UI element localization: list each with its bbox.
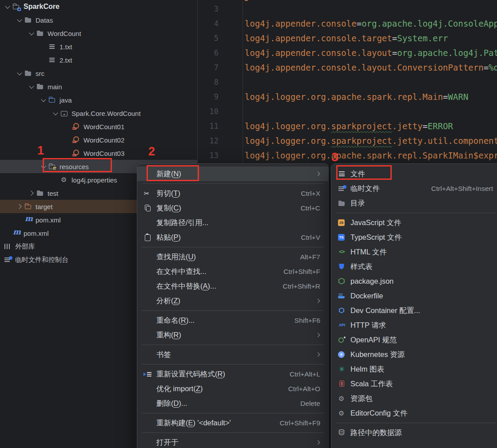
menu-item-find-usages[interactable]: 查找用法(U)Alt+F7	[137, 250, 328, 264]
menu-item-optimize-imports[interactable]: 优化 import(Z)Ctrl+Alt+O	[137, 381, 328, 396]
menu-item-kubernetes-resource[interactable]: Kubernetes 资源	[331, 347, 497, 362]
menu-icon-slot	[143, 331, 152, 339]
menu-item-find-in-files[interactable]: 在文件中查找...Ctrl+Shift+F	[137, 264, 328, 279]
helm-icon	[338, 365, 346, 373]
tree-item-package-spark-core-wordcount[interactable]: Spark.Core.WordCount	[0, 107, 197, 120]
menu-item-resource-bundle[interactable]: 资源包	[331, 391, 497, 406]
menu-icon-slot	[338, 429, 346, 437]
editor-line[interactable]: 13log4j.logger.org.apache.spark.repl.Spa…	[198, 148, 497, 163]
menu-item-helm-chart[interactable]: Helm 图表	[331, 362, 497, 377]
menu-item-javascript-file[interactable]: JavaScript 文件	[331, 215, 497, 230]
gear-icon	[60, 176, 69, 184]
menu-icon-slot	[338, 365, 346, 373]
package-icon	[60, 109, 69, 117]
editor-line[interactable]: 5log4j.appender.console.target=System.er…	[198, 31, 497, 45]
editor-line[interactable]: 9log4j.logger.org.apache.spark.repl.Main…	[198, 89, 497, 104]
editor-line[interactable]: 7log4j.appender.console.layout.Conversio…	[198, 60, 497, 75]
line-number: 8	[198, 75, 243, 89]
editor-line[interactable]: 4log4j.appender.console=org.apache.log4j…	[198, 16, 497, 31]
submenu-arrow-icon	[316, 333, 320, 337]
menu-item-label: EditorConfig 文件	[350, 408, 407, 418]
editor-line[interactable]: 12log4j.logger.org.sparkproject.jetty.ut…	[198, 133, 497, 148]
tree-item-wordcount01[interactable]: WordCount01	[0, 120, 197, 133]
menu-item-label: 删除(D)...	[156, 399, 187, 408]
chevron-right-icon[interactable]	[16, 202, 24, 210]
menu-item-label: JavaScript 文件	[350, 218, 402, 228]
menu-item-cut[interactable]: 剪切(T)Ctrl+X	[137, 186, 328, 201]
tree-item-wordcount-folder[interactable]: WordCount	[0, 27, 197, 40]
line-number: 7	[198, 60, 243, 75]
folder-icon	[24, 69, 33, 77]
menu-item-openapi-spec[interactable]: OpenAPI 规范	[331, 333, 497, 347]
folder-icon	[36, 29, 45, 37]
code-text: log4j.appender.console.layout=org.apache…	[243, 45, 497, 60]
menu-item-shortcut: Ctrl+Alt+Shift+Insert	[431, 185, 493, 193]
menu-item-directory[interactable]: 目录	[331, 196, 497, 210]
chevron-placeholder	[16, 216, 24, 224]
menu-item-dev-container-config[interactable]: Dev Container 配置...	[331, 303, 497, 318]
menu-item-dockerfile[interactable]: Dockerfile	[331, 289, 497, 303]
chevron-down-icon[interactable]	[40, 96, 48, 104]
menu-item-html-file[interactable]: HTML 文件	[331, 245, 497, 259]
chevron-down-icon[interactable]	[28, 83, 36, 91]
menu-separator	[142, 183, 324, 184]
tree-item-label: 2.txt	[60, 56, 72, 64]
menu-item-delete[interactable]: 删除(D)...Delete	[137, 396, 328, 411]
menu-item-stylesheet[interactable]: 样式表	[331, 259, 497, 274]
menu-icon-slot	[338, 219, 346, 227]
chevron-placeholder	[64, 123, 72, 131]
chevron-down-icon[interactable]	[52, 109, 60, 117]
tree-item-label: 1.txt	[60, 43, 72, 51]
tree-item-file-2-txt[interactable]: 2.txt	[0, 53, 197, 67]
chevron-right-icon[interactable]	[28, 189, 36, 197]
css-icon	[338, 263, 346, 271]
menu-icon-slot	[143, 419, 152, 427]
tree-item-src[interactable]: src	[0, 67, 197, 80]
menu-item-analyze[interactable]: 分析(Z)	[137, 293, 328, 308]
menu-separator	[142, 413, 324, 413]
menu-item-copy[interactable]: 复制(C)Ctrl+C	[137, 201, 328, 215]
chevron-down-icon[interactable]	[28, 29, 36, 37]
menu-separator	[142, 432, 324, 433]
tree-item-java[interactable]: java	[0, 93, 197, 107]
menu-item-scratch-file[interactable]: 临时文件Ctrl+Alt+Shift+Insert	[331, 181, 497, 196]
menu-item-reformat-code[interactable]: 重新设置代码格式(R)Ctrl+Alt+L	[137, 367, 328, 381]
menu-item-label: Dev Container 配置...	[350, 306, 420, 316]
tree-item-datas[interactable]: Datas	[0, 13, 197, 27]
menu-item-rebuild[interactable]: 重新构建(E) '<default>'Ctrl+Shift+F9	[137, 416, 328, 430]
menu-item-typescript-file[interactable]: TypeScript 文件	[331, 230, 497, 245]
editor-line[interactable]: 10	[198, 104, 497, 119]
chevron-down-icon[interactable]	[16, 16, 24, 24]
editor-line[interactable]: 11log4j.logger.org.sparkproject.jetty=ER…	[198, 119, 497, 133]
line-number: 6	[198, 45, 243, 60]
menu-item-replace-in-files[interactable]: 在文件中替换(A)...Ctrl+Shift+R	[137, 279, 328, 293]
menu-item-editorconfig-file[interactable]: EditorConfig 文件	[331, 406, 497, 420]
maven-icon	[12, 229, 21, 237]
menu-item-scala-worksheet[interactable]: Scala 工作表	[331, 377, 497, 391]
menu-item-bookmarks[interactable]: 书签	[137, 347, 328, 362]
tree-item-wordcount02[interactable]: WordCount02	[0, 133, 197, 147]
menu-item-shortcut: Shift+F6	[294, 317, 320, 325]
menu-item-paste[interactable]: 粘贴(P)Ctrl+V	[137, 230, 328, 245]
menu-item-rename[interactable]: 重命名(R)...Shift+F6	[137, 313, 328, 328]
gear-icon	[338, 395, 346, 403]
menu-item-http-request[interactable]: HTTP 请求	[331, 318, 497, 333]
clipped-line-fragment	[245, 0, 248, 1]
tree-item-main[interactable]: main	[0, 80, 197, 93]
editor-line[interactable]: 8	[198, 75, 497, 89]
menu-item-package-json[interactable]: package.json	[331, 274, 497, 289]
chevron-down-icon[interactable]	[4, 3, 12, 11]
tree-item-file-1-txt[interactable]: 1.txt	[0, 40, 197, 53]
menu-item-open-in[interactable]: 打开于	[137, 435, 328, 448]
menu-item-refactor[interactable]: 重构(R)	[137, 328, 328, 342]
menu-item-data-source-in-path[interactable]: 路径中的数据源	[331, 425, 497, 440]
api-icon	[338, 321, 346, 329]
folder-icon	[36, 189, 45, 197]
chevron-down-icon[interactable]	[16, 69, 24, 77]
menu-icon-slot	[143, 351, 152, 359]
editor-line[interactable]: 3	[198, 1, 497, 16]
code-segment: log4j.logger.org.	[245, 121, 331, 131]
tree-item-sparkcore[interactable]: SparkCore	[0, 0, 197, 13]
editor-line[interactable]: 6log4j.appender.console.layout=org.apach…	[198, 45, 497, 60]
menu-item-copy-path-reference[interactable]: 复制路径/引用...	[137, 215, 328, 230]
